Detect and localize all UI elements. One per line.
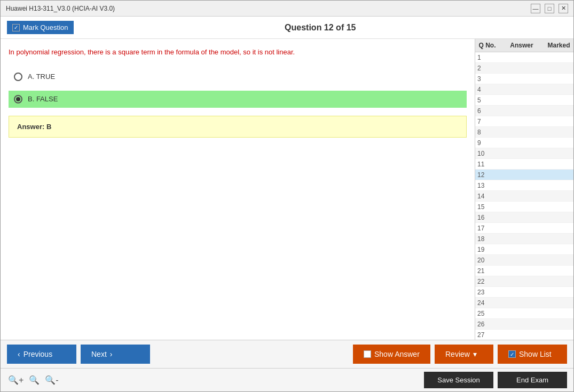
q-row-number: 27 [475, 331, 499, 339]
question-list-row[interactable]: 25 [475, 308, 573, 319]
question-list-row[interactable]: 10 [475, 148, 573, 159]
q-row-number: 19 [475, 246, 499, 253]
bottom-nav: ‹ Previous Next › Show Answer Review ▾ ✓… [1, 340, 573, 368]
q-row-number: 26 [475, 321, 499, 328]
prev-chevron-icon: ‹ [18, 350, 20, 358]
q-row-number: 3 [475, 75, 499, 83]
question-list-row[interactable]: 8 [475, 127, 573, 138]
question-list-row[interactable]: 17 [475, 223, 573, 234]
window-controls: — □ ✕ [531, 4, 568, 13]
previous-label: Previous [23, 350, 52, 358]
q-row-number: 20 [475, 257, 499, 264]
question-title: Question 12 of 15 [74, 23, 567, 33]
show-list-checkbox-icon: ✓ [508, 350, 516, 358]
q-row-number: 6 [475, 107, 499, 115]
q-row-number: 25 [475, 310, 499, 317]
question-list-row[interactable]: 7 [475, 116, 573, 127]
next-button[interactable]: Next › [81, 345, 150, 364]
show-answer-checkbox-icon [364, 350, 371, 358]
save-session-button[interactable]: Save Session [424, 372, 493, 388]
review-button[interactable]: Review ▾ [435, 345, 493, 364]
side-panel-header: Q No. Answer Marked [475, 39, 573, 52]
question-list-row[interactable]: 26 [475, 319, 573, 330]
question-list-row[interactable]: 20 [475, 255, 573, 266]
q-row-number: 11 [475, 161, 499, 168]
question-list-row[interactable]: 11 [475, 159, 573, 170]
end-exam-button[interactable]: End Exam [498, 372, 567, 388]
answer-box: Answer: B [9, 116, 467, 138]
mark-question-button[interactable]: ✓ Mark Question [7, 21, 74, 34]
review-dropdown-icon: ▾ [473, 350, 477, 358]
question-list-row[interactable]: 22 [475, 276, 573, 287]
question-list-row[interactable]: 14 [475, 191, 573, 202]
option-a[interactable]: A. TRUE [9, 68, 467, 85]
next-chevron-icon: › [110, 350, 113, 358]
question-list-row[interactable]: 3 [475, 74, 573, 84]
q-row-number: 4 [475, 86, 499, 93]
option-b[interactable]: B. FALSE [9, 91, 467, 108]
question-list-row[interactable]: 13 [475, 180, 573, 191]
previous-button[interactable]: ‹ Previous [7, 345, 76, 364]
question-list-row[interactable]: 27 [475, 330, 573, 340]
option-b-radio [14, 95, 22, 103]
question-list-row[interactable]: 16 [475, 212, 573, 223]
q-row-number: 16 [475, 214, 499, 221]
question-list-row[interactable]: 24 [475, 298, 573, 308]
close-button[interactable]: ✕ [559, 4, 568, 13]
question-list-row[interactable]: 18 [475, 234, 573, 244]
show-list-button[interactable]: ✓ Show List [498, 345, 567, 364]
q-row-number: 8 [475, 129, 499, 136]
content-area: In polynomial regression, there is a squ… [1, 39, 573, 340]
mark-checkbox-icon: ✓ [12, 24, 20, 31]
review-label: Review [445, 350, 470, 358]
question-list-row[interactable]: 6 [475, 106, 573, 116]
zoom-controls: 🔍+ 🔍 🔍- [7, 374, 60, 386]
show-answer-label: Show Answer [374, 350, 420, 358]
question-list-row[interactable]: 5 [475, 95, 573, 106]
q-row-number: 14 [475, 193, 499, 200]
question-list-row[interactable]: 9 [475, 138, 573, 148]
q-row-number: 18 [475, 235, 499, 243]
bottom-bar: 🔍+ 🔍 🔍- Save Session End Exam [1, 368, 573, 391]
question-list-row[interactable]: 1 [475, 52, 573, 63]
q-row-number: 7 [475, 118, 499, 125]
q-row-number: 5 [475, 97, 499, 104]
zoom-out-button[interactable]: 🔍- [44, 374, 59, 386]
col-answer-header: Answer [499, 39, 544, 52]
option-a-label: A. TRUE [28, 73, 55, 81]
window-title: Huawei H13-311_V3.0 (HCIA-AI V3.0) [6, 5, 115, 12]
next-label: Next [91, 350, 107, 358]
zoom-reset-button[interactable]: 🔍 [28, 374, 41, 386]
q-row-number: 12 [475, 171, 499, 179]
question-list-row[interactable]: 19 [475, 244, 573, 255]
main-window: Huawei H13-311_V3.0 (HCIA-AI V3.0) — □ ✕… [0, 0, 574, 392]
question-list-row[interactable]: 15 [475, 202, 573, 212]
q-row-number: 10 [475, 150, 499, 157]
main-content: ✓ Mark Question Question 12 of 15 In pol… [1, 17, 573, 391]
top-bar: ✓ Mark Question Question 12 of 15 [1, 17, 573, 39]
q-row-number: 23 [475, 289, 499, 296]
col-qno-header: Q No. [475, 39, 499, 52]
question-panel: In polynomial regression, there is a squ… [1, 39, 475, 340]
q-row-number: 24 [475, 299, 499, 307]
minimize-button[interactable]: — [531, 4, 540, 13]
question-list-row[interactable]: 4 [475, 84, 573, 95]
q-row-number: 17 [475, 225, 499, 232]
show-list-label: Show List [519, 350, 552, 358]
question-list-row[interactable]: 12 [475, 170, 573, 180]
question-list-row[interactable]: 21 [475, 266, 573, 276]
side-panel: Q No. Answer Marked 1 2 3 4 5 [475, 39, 573, 340]
maximize-button[interactable]: □ [545, 4, 554, 13]
question-list-row[interactable]: 23 [475, 287, 573, 298]
q-row-number: 22 [475, 278, 499, 285]
question-list: 1 2 3 4 5 6 7 8 [475, 52, 573, 340]
q-row-number: 9 [475, 139, 499, 147]
show-answer-button[interactable]: Show Answer [353, 345, 430, 364]
title-bar: Huawei H13-311_V3.0 (HCIA-AI V3.0) — □ ✕ [1, 1, 573, 17]
q-row-number: 13 [475, 182, 499, 189]
zoom-in-button[interactable]: 🔍+ [7, 374, 25, 386]
option-a-radio [14, 73, 22, 81]
q-row-number: 21 [475, 267, 499, 275]
question-list-row[interactable]: 2 [475, 63, 573, 74]
question-text: In polynomial regression, there is a squ… [9, 47, 467, 58]
